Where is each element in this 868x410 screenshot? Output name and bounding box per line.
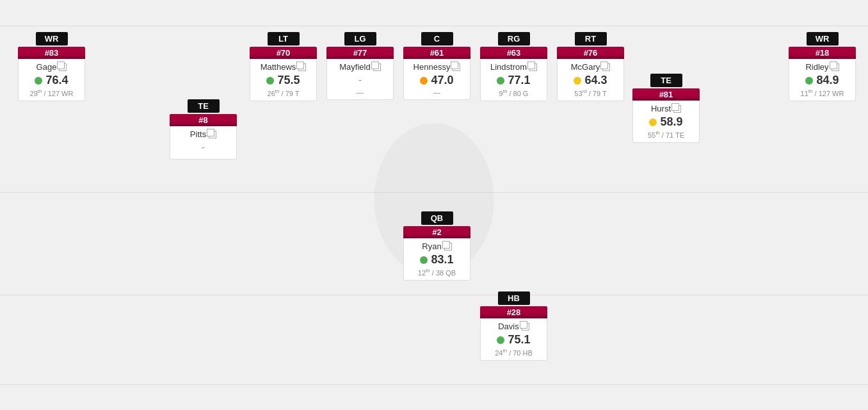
rating-qb: 83.1 <box>409 253 465 266</box>
player-name-rg: Lindstrom <box>486 62 542 72</box>
rank-lt: 26th / 79 T <box>255 88 311 97</box>
copy-icon-te-left[interactable] <box>209 131 216 138</box>
player-name-c: Hennessy <box>409 62 465 72</box>
copy-icon-c[interactable] <box>453 63 460 71</box>
rank-hb: 24th / 70 HB <box>486 348 542 357</box>
copy-icon-rg[interactable] <box>529 63 537 71</box>
player-name-rt: McGary <box>563 62 618 72</box>
copy-icon-wr-right[interactable] <box>832 63 839 71</box>
rating-c: 47.0 <box>409 74 465 87</box>
number-qb: #2 <box>403 226 470 238</box>
player-card-hb: HB #28 Davis 75.1 24th / 70 HB <box>480 291 547 361</box>
card-body-te-right: Hurst 58.9 55th / 71 TE <box>632 101 700 143</box>
rank-c: — <box>409 88 465 96</box>
rating-te-right: 58.9 <box>638 115 694 129</box>
rank-qb: 12th / 38 QB <box>409 268 465 277</box>
card-box-c: #61 Hennessy 47.0 — <box>403 47 470 100</box>
position-badge-lt: LT <box>268 32 300 45</box>
number-wr-left: #83 <box>18 47 85 59</box>
field-line <box>0 192 868 193</box>
position-badge-te-left: TE <box>188 99 220 113</box>
card-body-lg: Mayfield - — <box>326 59 394 100</box>
field-line <box>0 384 868 385</box>
player-name-te-right: Hurst <box>638 104 694 113</box>
number-te-right: #81 <box>632 88 700 101</box>
svg-marker-1 <box>434 129 467 156</box>
card-body-rt: McGary 64.3 53rd / 79 T <box>557 59 624 101</box>
copy-icon-qb[interactable] <box>444 243 452 250</box>
player-card-te-right: TE #81 Hurst 58.9 55th / 71 TE <box>632 74 700 143</box>
card-box-te-right: #81 Hurst 58.9 55th / 71 TE <box>632 88 700 143</box>
rating-hb: 75.1 <box>486 333 542 347</box>
position-badge-wr-left: WR <box>36 32 68 45</box>
position-badge-te-right: TE <box>650 74 682 87</box>
player-name-lt: Matthews <box>255 62 311 72</box>
copy-icon-hb[interactable] <box>522 323 529 331</box>
position-badge-qb: QB <box>421 211 453 225</box>
card-body-rg: Lindstrom 77.1 9th / 80 G <box>480 59 547 101</box>
team-watermark <box>325 96 543 314</box>
card-box-wr-right: #18 Ridley 84.9 11th / 127 WR <box>789 47 856 101</box>
player-name-qb: Ryan <box>409 242 465 251</box>
rank-wr-left: 29th / 127 WR <box>24 88 79 97</box>
copy-icon-rt[interactable] <box>602 63 610 71</box>
dot-te-right <box>649 119 657 126</box>
player-name-hb: Davis <box>486 322 542 331</box>
player-card-te-left: TE #8 Pitts - <box>170 99 237 160</box>
player-card-c: C #61 Hennessy 47.0 — <box>403 32 470 100</box>
player-name-te-left: Pitts <box>175 129 231 139</box>
card-box-hb: #28 Davis 75.1 24th / 70 HB <box>480 306 547 361</box>
football-field: WR #83 Gage 76.4 29th / 127 WR TE #8 <box>0 0 868 410</box>
position-badge-lg: LG <box>344 32 376 45</box>
card-box-rg: #63 Lindstrom 77.1 9th / 80 G <box>480 47 547 101</box>
card-box-rt: #76 McGary 64.3 53rd / 79 T <box>557 47 624 101</box>
position-badge-c: C <box>421 32 453 45</box>
number-lg: #77 <box>326 47 394 59</box>
dot-rg <box>497 77 504 85</box>
number-hb: #28 <box>480 306 547 318</box>
player-name-wr-right: Ridley <box>794 62 850 72</box>
dot-c <box>420 77 428 85</box>
copy-icon-lt[interactable] <box>298 63 306 71</box>
rank-rt: 53rd / 79 T <box>563 88 618 97</box>
number-wr-right: #18 <box>789 47 856 59</box>
player-card-lg: LG #77 Mayfield - — <box>326 32 394 100</box>
rank-lg: — <box>332 88 388 96</box>
dot-hb <box>497 336 504 344</box>
card-body-c: Hennessy 47.0 — <box>403 59 470 100</box>
number-lt: #70 <box>250 47 317 59</box>
number-rt: #76 <box>557 47 624 59</box>
position-badge-wr-right: WR <box>807 32 839 45</box>
rating-lt: 75.5 <box>255 74 311 87</box>
position-badge-rg: RG <box>498 32 530 45</box>
player-card-lt: LT #70 Matthews 75.5 26th / 79 T <box>250 32 317 101</box>
rating-rt: 64.3 <box>563 74 618 87</box>
number-rg: #63 <box>480 47 547 59</box>
rating-rg: 77.1 <box>486 74 542 87</box>
card-body-wr-left: Gage 76.4 29th / 127 WR <box>18 59 85 101</box>
card-box-lg: #77 Mayfield - — <box>326 47 394 100</box>
player-card-rg: RG #63 Lindstrom 77.1 9th / 80 G <box>480 32 547 101</box>
card-body-qb: Ryan 83.1 12th / 38 QB <box>403 238 470 281</box>
copy-icon-wr-left[interactable] <box>59 63 67 71</box>
card-box-wr-left: #83 Gage 76.4 29th / 127 WR <box>18 47 85 101</box>
number-te-left: #8 <box>170 114 237 126</box>
copy-icon-te-right[interactable] <box>673 105 681 113</box>
number-c: #61 <box>403 47 470 59</box>
dot-qb <box>420 256 428 264</box>
player-card-wr-left: WR #83 Gage 76.4 29th / 127 WR <box>18 32 85 101</box>
card-box-te-left: #8 Pitts - <box>170 114 237 160</box>
card-body-hb: Davis 75.1 24th / 70 HB <box>480 318 547 361</box>
position-badge-rt: RT <box>575 32 607 45</box>
player-card-wr-right: WR #18 Ridley 84.9 11th / 127 WR <box>789 32 856 101</box>
player-name-lg: Mayfield <box>332 62 388 72</box>
card-body-te-left: Pitts - <box>170 126 237 160</box>
rating-wr-left: 76.4 <box>24 74 79 87</box>
player-name-wr-left: Gage <box>24 62 79 72</box>
player-card-qb: QB #2 Ryan 83.1 12th / 38 QB <box>403 211 470 281</box>
rating-wr-right: 84.9 <box>794 74 850 87</box>
dot-wr-right <box>805 77 813 85</box>
position-badge-hb: HB <box>498 291 530 305</box>
field-line <box>0 26 868 26</box>
copy-icon-lg[interactable] <box>373 63 381 71</box>
